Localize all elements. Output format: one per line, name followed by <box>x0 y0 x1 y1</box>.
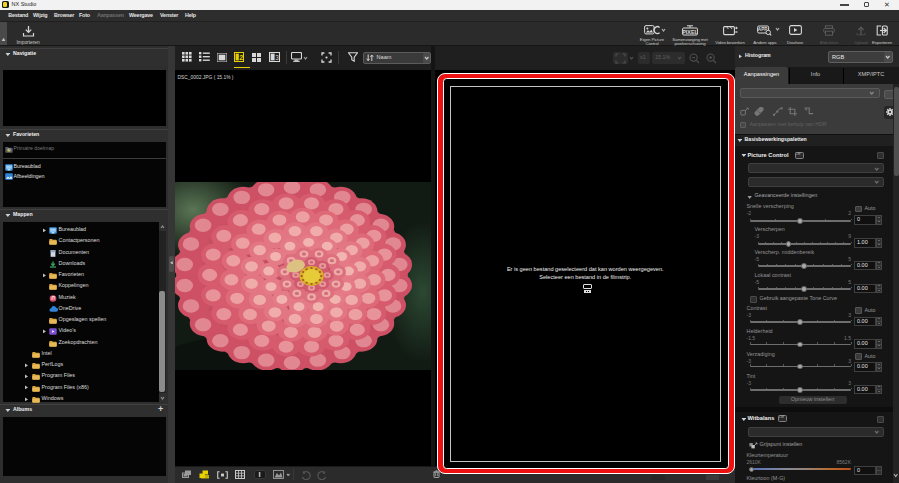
svg-text:PIXEL: PIXEL <box>682 29 698 35</box>
svg-text:2: 2 <box>239 54 243 61</box>
svg-text:3: 3 <box>275 54 279 61</box>
